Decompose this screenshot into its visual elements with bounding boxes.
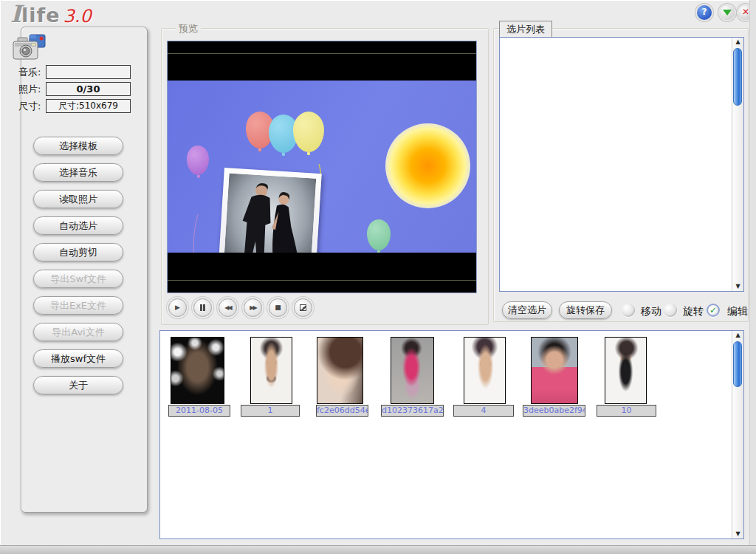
pause-button[interactable]: [193, 298, 212, 317]
yellow-balloon: [293, 112, 324, 152]
thumbnail-photo[interactable]: [250, 337, 292, 404]
size-label: 尺寸:: [18, 100, 45, 113]
minimize-button[interactable]: [720, 5, 735, 20]
thumbnail-photo[interactable]: [171, 337, 224, 404]
scrollbar-thumb[interactable]: [733, 341, 742, 387]
thumbnail-caption: fc2e06dd54ee5d: [316, 405, 368, 417]
thumbnail-caption: 1: [241, 405, 300, 417]
photos-count-field: 0/30: [46, 82, 131, 96]
rewind-icon: ◀◀: [224, 304, 230, 311]
mode-label-move: 移动: [641, 305, 662, 318]
play-swf-button[interactable]: 播放swf文件: [33, 349, 123, 368]
load-photos-button[interactable]: 读取照片: [33, 190, 123, 208]
mode-radio-rotate[interactable]: [664, 304, 677, 317]
scroll-up-icon[interactable]: ▲: [732, 331, 743, 340]
fullscreen-icon: [300, 304, 306, 311]
forward-icon: ▶▶: [250, 304, 255, 311]
size-row: 尺寸:: [18, 100, 45, 114]
rotate-save-button[interactable]: 旋转保存: [559, 301, 612, 319]
close-icon: ✕: [742, 7, 749, 17]
pause-icon: [200, 304, 205, 311]
auto-select-button[interactable]: 自动选片: [33, 216, 123, 235]
play-button[interactable]: ▶: [168, 298, 187, 317]
check-icon: ✓: [709, 305, 717, 315]
scroll-down-icon[interactable]: ▼: [732, 282, 743, 291]
scrollbar-thumb[interactable]: [733, 48, 742, 106]
select-template-button[interactable]: 选择模板: [33, 137, 123, 155]
fullscreen-button[interactable]: [294, 298, 312, 317]
mode-label-rotate: 旋转: [683, 305, 704, 318]
stop-icon: ■: [275, 304, 281, 311]
minimize-icon: [723, 10, 732, 16]
thumbnail-caption: 2011-08-05: [168, 405, 230, 417]
music-field[interactable]: [46, 65, 131, 79]
photos-row: 照片:: [18, 83, 45, 97]
thumbnail-caption: d102373617a213: [381, 405, 444, 417]
export-swf-button[interactable]: 导出Swf文件: [33, 270, 123, 288]
thumbnail-photo[interactable]: [464, 337, 506, 404]
letterbox-bar: [168, 54, 476, 81]
sun-graphic: [385, 123, 470, 208]
logo-i: I: [10, 0, 21, 28]
logo-version: 3.0: [63, 6, 92, 27]
thumbnail-photo[interactable]: [317, 337, 363, 404]
letterbox-bar: [168, 253, 476, 280]
preview-canvas: [167, 41, 477, 293]
thumbnail-caption: 4: [453, 405, 514, 417]
window-edge: [0, 545, 756, 554]
play-icon: ▶: [175, 304, 180, 311]
selection-list[interactable]: ▲ ▼: [499, 37, 744, 292]
music-label: 音乐:: [18, 66, 45, 79]
thumbnail-scrollbar[interactable]: ▲ ▼: [732, 331, 743, 538]
app-window: Ilife3.0 ? ✕ 音乐: 照片: 0/30 尺寸: 尺寸:510x679…: [0, 0, 756, 554]
thumbnail-panel[interactable]: 2011-08-05 1 fc2e06dd54ee5d d102373617a2…: [159, 330, 744, 539]
letterbox-bar: [168, 281, 476, 293]
mode-radio-edit[interactable]: ✓: [707, 304, 720, 317]
letterbox-bar: [168, 41, 476, 53]
thumbnail-photo[interactable]: [531, 337, 578, 404]
size-field: 尺寸:510x679: [46, 99, 131, 113]
export-avi-button[interactable]: 导出Avi文件: [33, 323, 123, 341]
question-icon: ?: [702, 7, 707, 17]
help-button[interactable]: ?: [697, 5, 712, 20]
select-music-button[interactable]: 选择音乐: [33, 163, 123, 182]
thumbnail-photo[interactable]: [391, 337, 434, 404]
music-row: 音乐:: [18, 66, 45, 80]
green-balloon: [367, 219, 391, 250]
clear-selection-button[interactable]: 清空选片: [502, 301, 552, 319]
stop-button[interactable]: ■: [269, 298, 287, 317]
logo-life: life: [21, 4, 61, 27]
photos-label: 照片:: [18, 83, 45, 96]
scroll-up-icon[interactable]: ▲: [732, 38, 743, 47]
mode-label-edit: 编辑: [727, 305, 748, 318]
selection-scrollbar[interactable]: ▲ ▼: [732, 38, 743, 291]
app-logo: Ilife3.0: [10, 0, 92, 25]
purple-balloon: [187, 146, 209, 175]
forward-button[interactable]: ▶▶: [244, 298, 262, 317]
window-edge: [749, 0, 756, 554]
camera-icon: [12, 33, 49, 65]
export-exe-button[interactable]: 导出ExE文件: [33, 296, 123, 315]
thumbnail-photo[interactable]: [605, 337, 647, 404]
auto-crop-button[interactable]: 自动剪切: [33, 243, 123, 261]
thumbnail-caption: 3deeb0abe2f94ee: [523, 405, 585, 417]
mode-radio-move[interactable]: [622, 304, 635, 317]
thumbnail-caption: 10: [597, 405, 656, 417]
about-button[interactable]: 关于: [33, 376, 123, 394]
rewind-button[interactable]: ◀◀: [219, 298, 237, 317]
preview-scene: [168, 81, 477, 253]
preview-group-title: 预览: [176, 22, 201, 35]
scroll-down-icon[interactable]: ▼: [732, 530, 743, 538]
